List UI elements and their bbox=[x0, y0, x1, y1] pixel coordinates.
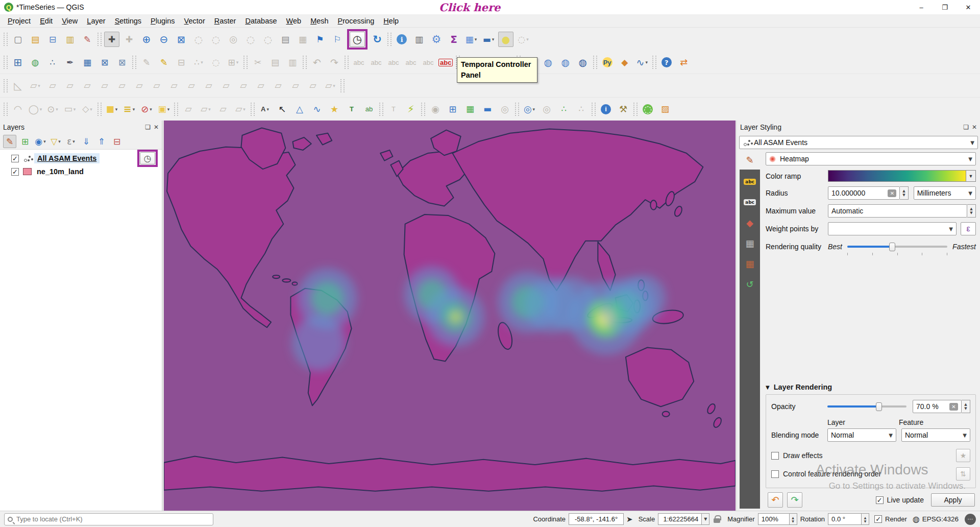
cad-tools-button[interactable]: ◺ bbox=[10, 78, 26, 93]
dropdown-arrow-icon[interactable]: ▾ bbox=[40, 107, 42, 112]
help-contents-button[interactable]: ? bbox=[659, 55, 674, 70]
checker-polygon-button[interactable]: ▦ bbox=[462, 102, 478, 117]
layer-name[interactable]: All ASAM Events bbox=[34, 153, 100, 163]
new-temporary-scratch-layer-button[interactable]: ✒ bbox=[62, 55, 78, 70]
dropdown-arrow-icon[interactable]: ▾ bbox=[167, 107, 170, 112]
zoom-last-button[interactable]: ◌ bbox=[243, 32, 258, 47]
move-selection-button[interactable]: ▱▾ bbox=[198, 102, 213, 117]
toolbar-handle[interactable] bbox=[345, 56, 349, 69]
layer-item-all-asam-events[interactable]: ✓All ASAM Events◷ bbox=[0, 152, 162, 165]
render-checkbox[interactable]: ✓ bbox=[874, 515, 882, 523]
toggle-editing-button[interactable]: ✎ bbox=[156, 55, 172, 70]
measure-line-button[interactable]: ▬▾ bbox=[481, 32, 496, 47]
add-part-button[interactable]: ▱ bbox=[114, 78, 130, 93]
radius-spinner[interactable]: ▲▼ bbox=[900, 186, 908, 200]
filter-legend-button[interactable]: ▽▾ bbox=[49, 135, 62, 148]
dropdown-arrow-icon[interactable]: ▾ bbox=[236, 60, 239, 65]
zoom-full-button[interactable]: ⊠ bbox=[174, 32, 189, 47]
dropdown-arrow-icon[interactable]: ▾ bbox=[74, 107, 76, 112]
fill-ring-button[interactable]: ▱ bbox=[132, 78, 147, 93]
toolbar-handle[interactable] bbox=[387, 33, 391, 46]
add-extent-target-button[interactable]: ◎ bbox=[539, 102, 554, 117]
new-geopackage-layer-button[interactable]: ◍ bbox=[28, 55, 43, 70]
diagrams-tab[interactable]: ▦ bbox=[740, 253, 760, 274]
pointer-dots-button[interactable]: ∴ bbox=[574, 102, 589, 117]
toolbar-handle[interactable] bbox=[251, 103, 255, 116]
new-print-layout-button[interactable]: ▥ bbox=[62, 32, 78, 47]
map-tips-button[interactable]: ● bbox=[498, 32, 513, 47]
crs-value[interactable]: EPSG:4326 bbox=[922, 515, 959, 523]
toolbar-handle[interactable] bbox=[4, 56, 8, 69]
sort-order-button[interactable]: ⇅ bbox=[956, 467, 970, 481]
dropdown-arrow-icon[interactable]: ▾ bbox=[201, 60, 203, 65]
regular-polygon-button[interactable]: ◇▾ bbox=[80, 102, 95, 117]
new-project-button[interactable]: ▢ bbox=[10, 32, 26, 47]
info-tool-button[interactable]: i bbox=[598, 102, 614, 117]
messages-icon[interactable]: ⋯ bbox=[965, 514, 976, 525]
circle-2points-button[interactable]: ◯▾ bbox=[28, 102, 43, 117]
dropdown-arrow-icon[interactable]: ▾ bbox=[133, 107, 135, 112]
open-project-button[interactable]: ▤ bbox=[28, 32, 43, 47]
remove-layer-button[interactable]: ⊟ bbox=[110, 135, 124, 148]
toolbar-handle[interactable] bbox=[633, 103, 638, 116]
dropdown-arrow-icon[interactable]: ▾ bbox=[475, 37, 477, 42]
menu-layer[interactable]: Layer bbox=[82, 15, 110, 27]
collapse-all-button[interactable]: ⇑ bbox=[95, 135, 108, 148]
dropdown-arrow-icon[interactable]: ▾ bbox=[38, 83, 40, 88]
styling-layer-selector[interactable]: All ASAM Events ▼ bbox=[739, 136, 978, 149]
dropdown-arrow-icon[interactable]: ▾ bbox=[333, 83, 335, 88]
menu-mesh[interactable]: Mesh bbox=[306, 15, 333, 27]
color-ramp-preview[interactable] bbox=[828, 170, 966, 182]
gps-tools-button[interactable]: ◆ bbox=[617, 55, 632, 70]
history-tab[interactable]: ↺ bbox=[740, 274, 760, 294]
dropdown-arrow-icon[interactable]: ▾ bbox=[243, 107, 246, 112]
easy-custom-labeling-button[interactable]: abc bbox=[438, 55, 453, 70]
zoom-to-selection-button[interactable]: ◌ bbox=[191, 32, 206, 47]
style-undo-button[interactable]: ↶ bbox=[768, 492, 783, 508]
save-project-button[interactable]: ⊟ bbox=[45, 32, 60, 47]
rotate-point-symbols-button[interactable]: ▱▾ bbox=[323, 78, 338, 93]
layer-labeling-button[interactable]: abc bbox=[351, 55, 366, 70]
dropdown-arrow-icon[interactable]: ▾ bbox=[58, 139, 61, 144]
profile-plot-button[interactable]: ∿▾ bbox=[634, 55, 650, 70]
menu-settings[interactable]: Settings bbox=[110, 15, 146, 27]
opacity-spinner[interactable]: ▲▼ bbox=[962, 400, 970, 413]
metasearch-catalog-1-button[interactable]: ◍ bbox=[541, 55, 556, 70]
select-by-expression-button[interactable]: ▱ bbox=[215, 102, 231, 117]
digitize-with-segment-button[interactable]: ∴▾ bbox=[191, 55, 206, 70]
refresh-map-button[interactable]: ↻ bbox=[370, 32, 385, 47]
form-annotation-button[interactable]: T bbox=[386, 102, 401, 117]
copy-move-feature-button[interactable]: ▱ bbox=[45, 78, 60, 93]
minimize-button[interactable]: – bbox=[910, 0, 933, 14]
dropdown-arrow-icon[interactable]: ▾ bbox=[72, 139, 75, 144]
add-html-annotation-button[interactable]: ab bbox=[361, 102, 377, 117]
toolbar-handle[interactable] bbox=[593, 56, 597, 69]
layer-name[interactable]: ne_10m_land bbox=[34, 166, 87, 177]
modify-annotations-button[interactable]: ↖ bbox=[275, 102, 290, 117]
deselect-features-button[interactable]: ⊘▾ bbox=[139, 102, 154, 117]
add-text-annotation-button[interactable]: T bbox=[344, 102, 359, 117]
toolbar-handle[interactable] bbox=[421, 103, 425, 116]
merge-features-button[interactable]: ▱ bbox=[253, 78, 268, 93]
magnifier-spinner[interactable]: ▲▼ bbox=[790, 513, 797, 525]
show-style-manager-button[interactable]: ✎ bbox=[80, 32, 95, 47]
save-layer-edits-button[interactable]: ⊟ bbox=[174, 55, 189, 70]
new-shapefile-layer-button[interactable]: ∴ bbox=[45, 55, 60, 70]
vertex-tool-button[interactable]: ⊞▾ bbox=[226, 55, 241, 70]
open-layer-styling-panel-button[interactable]: ✎ bbox=[3, 135, 16, 148]
dropdown-arrow-icon[interactable]: ▾ bbox=[56, 107, 58, 112]
layer-item-ne-10m-land[interactable]: ✓ne_10m_land bbox=[0, 165, 162, 178]
menu-plugins[interactable]: Plugins bbox=[146, 15, 180, 27]
dropdown-arrow-icon[interactable]: ▾ bbox=[150, 107, 152, 112]
new-spatial-bookmark-button[interactable]: ⚑ bbox=[312, 32, 328, 47]
toolbar-handle[interactable] bbox=[174, 103, 178, 116]
rotation-input[interactable]: 0.0 ° bbox=[828, 513, 862, 525]
layer-rendering-header[interactable]: ▼ Layer Rendering bbox=[766, 383, 976, 391]
target-gray-1-button[interactable]: ◎ bbox=[497, 102, 512, 117]
clear-icon[interactable]: ✕ bbox=[949, 403, 958, 411]
trim-extend-button[interactable]: ▱ bbox=[305, 78, 321, 93]
split-parts-button[interactable]: ▱ bbox=[236, 78, 251, 93]
zoom-out-button[interactable]: ⊖ bbox=[156, 32, 172, 47]
move-label-button[interactable]: abc bbox=[421, 55, 436, 70]
radius-input[interactable]: 10.000000 ✕ bbox=[828, 186, 900, 200]
